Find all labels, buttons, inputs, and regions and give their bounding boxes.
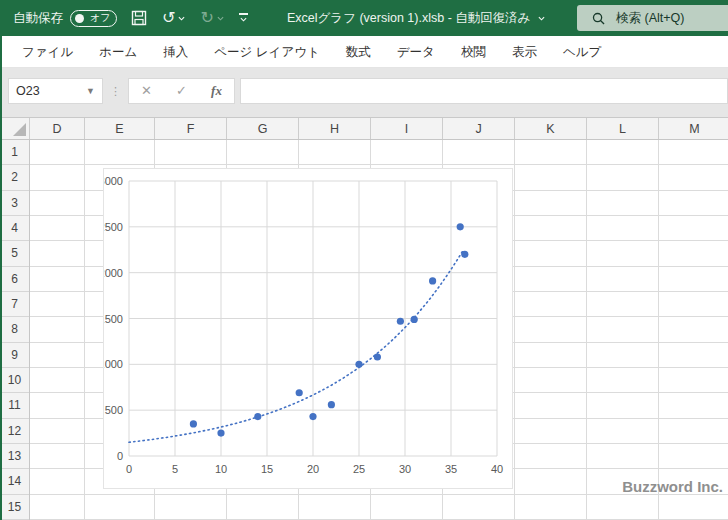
chevron-down-icon — [240, 16, 247, 23]
search-icon — [592, 12, 605, 25]
x-tick-label: 0 — [126, 463, 132, 475]
undo-button[interactable]: ↺ — [162, 10, 185, 26]
row-header-9[interactable]: 9 — [0, 343, 29, 368]
x-tick-label: 15 — [261, 463, 273, 475]
x-tick-label: 20 — [307, 463, 319, 475]
data-point[interactable] — [457, 223, 464, 230]
scatter-chart[interactable]: 0500100015002000250030000510152025303540 — [103, 168, 513, 489]
tab-review[interactable]: 校閲 — [448, 37, 499, 67]
data-point[interactable] — [411, 316, 418, 323]
column-header-I[interactable]: I — [371, 118, 443, 139]
chevron-down-icon[interactable] — [538, 15, 545, 22]
row-header-6[interactable]: 6 — [0, 267, 29, 292]
name-box-value: O23 — [16, 84, 40, 98]
tab-data[interactable]: データ — [384, 37, 448, 67]
tab-page-layout[interactable]: ページ レイアウト — [201, 37, 333, 67]
save-button[interactable] — [131, 10, 147, 26]
row-header-8[interactable]: 8 — [0, 317, 29, 342]
quick-access-toolbar: ↺ ↻ — [131, 10, 248, 26]
trendline — [129, 249, 464, 442]
name-box[interactable]: O23 ▼ — [8, 78, 103, 104]
tab-view[interactable]: 表示 — [499, 37, 550, 67]
chevron-down-icon — [217, 15, 224, 22]
column-header-K[interactable]: K — [515, 118, 587, 139]
x-tick-label: 40 — [491, 463, 503, 475]
search-box[interactable]: 検索 (Alt+Q) — [577, 5, 728, 31]
row-header-5[interactable]: 5 — [0, 241, 29, 266]
tab-home[interactable]: ホーム — [86, 37, 150, 67]
row-header-13[interactable]: 13 — [0, 444, 29, 469]
y-tick-label: 2000 — [104, 267, 123, 279]
column-header-L[interactable]: L — [587, 118, 659, 139]
row-header-14[interactable]: 14 — [0, 469, 29, 494]
autosave-control: 自動保存 オフ — [13, 10, 117, 27]
undo-icon: ↺ — [162, 10, 175, 26]
title-bar: 自動保存 オフ ↺ ↻ — [0, 0, 728, 36]
data-point[interactable] — [254, 413, 261, 420]
ribbon-tab-bar: ファイル ホーム 挿入 ページ レイアウト 数式 データ 校閲 表示 ヘルプ — [0, 36, 728, 68]
watermark: Buzzword Inc. — [622, 478, 723, 495]
y-tick-label: 0 — [117, 450, 123, 462]
data-point[interactable] — [461, 251, 468, 258]
autosave-label: 自動保存 — [13, 10, 63, 27]
column-header-F[interactable]: F — [155, 118, 227, 139]
toggle-knob-icon — [75, 14, 84, 23]
window-title: Excelグラフ (version 1).xlsb - 自動回復済み — [287, 0, 545, 36]
formula-bar-row: O23 ▼ ⋮ ✕ ✓ fx — [0, 68, 728, 118]
row-header-10[interactable]: 10 — [0, 368, 29, 393]
row-headers: 123456789101112131415 — [0, 140, 30, 520]
column-header-E[interactable]: E — [85, 118, 155, 139]
scatter-chart-svg: 0500100015002000250030000510152025303540 — [104, 169, 512, 488]
chevron-down-icon[interactable]: ▼ — [86, 86, 95, 96]
y-tick-label: 3000 — [104, 175, 123, 187]
data-point[interactable] — [190, 420, 197, 427]
data-point[interactable] — [355, 361, 362, 368]
tab-formulas[interactable]: 数式 — [333, 37, 384, 67]
row-header-3[interactable]: 3 — [0, 191, 29, 216]
customize-qat-button[interactable] — [239, 13, 248, 23]
insert-function-button[interactable]: fx — [199, 83, 234, 99]
x-tick-label: 25 — [353, 463, 365, 475]
y-tick-label: 1000 — [104, 358, 123, 370]
select-all-triangle-icon — [13, 123, 26, 136]
data-point[interactable] — [374, 353, 381, 360]
x-tick-label: 10 — [215, 463, 227, 475]
row-header-7[interactable]: 7 — [0, 292, 29, 317]
row-header-1[interactable]: 1 — [0, 140, 29, 165]
row-header-11[interactable]: 11 — [0, 393, 29, 418]
tab-help[interactable]: ヘルプ — [550, 37, 614, 67]
column-header-M[interactable]: M — [659, 118, 728, 139]
formula-input[interactable] — [240, 78, 728, 104]
grid-column-line — [586, 140, 587, 520]
y-tick-label: 1500 — [104, 313, 123, 325]
column-header-D[interactable]: D — [30, 118, 85, 139]
x-tick-label: 30 — [399, 463, 411, 475]
enter-button[interactable]: ✓ — [164, 83, 199, 98]
x-tick-label: 5 — [172, 463, 178, 475]
data-point[interactable] — [217, 429, 224, 436]
data-point[interactable] — [429, 277, 436, 284]
tab-file[interactable]: ファイル — [9, 37, 86, 67]
data-point[interactable] — [309, 413, 316, 420]
tab-insert[interactable]: 挿入 — [150, 37, 201, 67]
cancel-button[interactable]: ✕ — [129, 83, 164, 98]
autosave-toggle[interactable]: オフ — [70, 10, 117, 27]
column-header-J[interactable]: J — [443, 118, 515, 139]
column-header-G[interactable]: G — [227, 118, 299, 139]
sheet-body: 123456789101112131415 050010001500200025… — [0, 140, 728, 520]
x-tick-label: 35 — [445, 463, 457, 475]
row-header-12[interactable]: 12 — [0, 419, 29, 444]
grid-column-line — [84, 140, 85, 520]
redo-button[interactable]: ↻ — [200, 10, 223, 26]
data-point[interactable] — [296, 389, 303, 396]
data-point[interactable] — [328, 401, 335, 408]
row-header-4[interactable]: 4 — [0, 216, 29, 241]
data-point[interactable] — [397, 318, 404, 325]
select-all-button[interactable] — [0, 118, 30, 139]
formula-buttons: ✕ ✓ fx — [128, 78, 235, 104]
chevron-down-icon — [178, 15, 185, 22]
row-header-2[interactable]: 2 — [0, 165, 29, 190]
row-header-15[interactable]: 15 — [0, 495, 29, 520]
column-header-H[interactable]: H — [299, 118, 371, 139]
drag-handle-icon[interactable]: ⋮ — [110, 86, 121, 96]
